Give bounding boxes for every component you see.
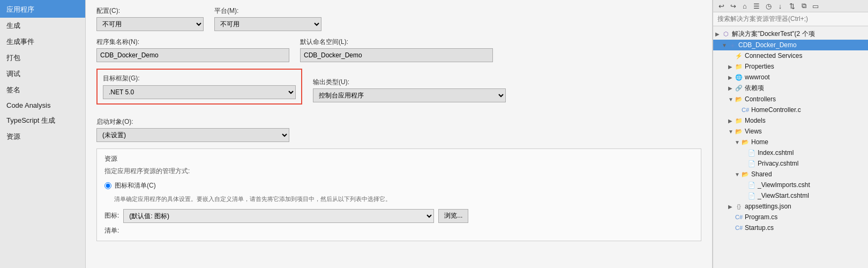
startup-row: 启动对象(O): (未设置) bbox=[96, 117, 701, 142]
back-icon[interactable]: ↩ bbox=[716, 1, 726, 11]
tree-item-models[interactable]: ▶📁Models bbox=[713, 115, 868, 126]
tree-icon-viewimports: 📄 bbox=[747, 181, 756, 189]
list-label: 清单: bbox=[104, 226, 693, 235]
icon-manifest-radio[interactable] bbox=[104, 182, 111, 189]
startup-select[interactable]: (未设置) bbox=[96, 128, 289, 142]
sidebar-item-build-events[interactable]: 生成事件 bbox=[0, 34, 85, 50]
tree-label-home-controller: HomeController.c bbox=[751, 106, 801, 114]
home-icon[interactable]: ⌂ bbox=[740, 1, 750, 11]
tree-item-connected-services[interactable]: ⚡Connected Services bbox=[713, 50, 868, 61]
platform-group: 平台(M): 不可用 bbox=[214, 6, 321, 31]
icon-manifest-label: 图标和清单(C) bbox=[115, 181, 156, 190]
icon-row: 图标: (默认值: 图标) 浏览... bbox=[104, 209, 693, 223]
tree-item-startup-cs[interactable]: C#Startup.cs bbox=[713, 222, 868, 233]
output-select[interactable]: 控制台应用程序 bbox=[313, 88, 506, 102]
tree-icon-controllers: 📂 bbox=[735, 95, 743, 103]
tree-item-viewstart[interactable]: 📄_ViewStart.cshtml bbox=[713, 190, 868, 201]
icon-select[interactable]: (默认值: 图标) bbox=[123, 209, 434, 223]
sidebar-item-package[interactable]: 打包 bbox=[0, 50, 85, 66]
tree-label-index-cshtml: Index.cshtml bbox=[758, 149, 794, 157]
tree-icon-models: 📁 bbox=[735, 116, 743, 125]
list-icon[interactable]: ☰ bbox=[752, 1, 761, 11]
config-select[interactable]: 不可用 bbox=[96, 17, 204, 31]
browse-button[interactable]: 浏览... bbox=[438, 209, 468, 223]
down-icon[interactable]: ↓ bbox=[775, 1, 785, 11]
forward-icon[interactable]: ↪ bbox=[728, 1, 738, 11]
tree-label-deps: 依赖项 bbox=[745, 84, 764, 93]
tree-item-home-controller[interactable]: C#HomeController.c bbox=[713, 105, 868, 115]
tree-item-wwwroot[interactable]: ▶🌐wwwroot bbox=[713, 72, 868, 83]
solution-icon: ⬡ bbox=[722, 30, 730, 39]
tree-item-deps[interactable]: ▶🔗依赖项 bbox=[713, 83, 868, 94]
startup-group: 启动对象(O): (未设置) bbox=[96, 117, 289, 142]
tree-arrow-properties: ▶ bbox=[728, 64, 735, 70]
sidebar: 应用程序生成生成事件打包调试签名Code AnalysisTypeScript … bbox=[0, 0, 86, 268]
sync-icon[interactable]: ⇅ bbox=[787, 1, 797, 11]
tree-item-program-cs[interactable]: C#Program.cs bbox=[713, 212, 868, 222]
output-label: 输出类型(U): bbox=[313, 78, 506, 87]
sidebar-item-code-analysis[interactable]: Code Analysis bbox=[0, 98, 85, 113]
framework-select[interactable]: .NET 5.0 bbox=[103, 85, 296, 99]
tree-arrow-wwwroot: ▶ bbox=[728, 75, 735, 80]
tree-icon-deps: 🔗 bbox=[735, 84, 743, 93]
tree-icon-views: 📂 bbox=[735, 127, 743, 136]
tree-icon-views-home: 📂 bbox=[741, 138, 750, 146]
tree-item-appsettings[interactable]: ▶{}appsettings.json bbox=[713, 201, 868, 212]
solution-explorer-toolbar: ↩ ↪ ⌂ ☰ ◷ ↓ ⇅ ⧉ ▭ bbox=[713, 0, 868, 12]
tree-arrow-deps: ▶ bbox=[728, 85, 735, 91]
tree-item-views[interactable]: ▼📂Views bbox=[713, 126, 868, 137]
framework-label: 目标框架(G): bbox=[103, 74, 296, 83]
tree-label-viewimports: _ViewImports.csht bbox=[758, 181, 810, 189]
solution-explorer-panel: ↩ ↪ ⌂ ☰ ◷ ↓ ⇅ ⧉ ▭ 搜索解决方案资源管理器(Ctrl+;) ▶ … bbox=[713, 0, 868, 268]
tree-item-controllers[interactable]: ▼📂Controllers bbox=[713, 94, 868, 105]
tree-icon-appsettings: {} bbox=[735, 202, 743, 211]
platform-label: 平台(M): bbox=[214, 6, 321, 16]
tree-item-viewimports[interactable]: 📄_ViewImports.csht bbox=[713, 180, 868, 190]
sidebar-item-app[interactable]: 应用程序 bbox=[0, 2, 85, 18]
framework-output-row: 目标框架(G): .NET 5.0 输出类型(U): 控制台应用程序 bbox=[96, 69, 701, 111]
copy-icon[interactable]: ⧉ bbox=[799, 1, 809, 11]
sidebar-item-build[interactable]: 生成 bbox=[0, 18, 85, 34]
tree-item-shared[interactable]: ▼📂Shared bbox=[713, 169, 868, 180]
assembly-namespace-row: 程序集名称(N): 默认命名空间(L): bbox=[96, 38, 701, 62]
tree-icon-properties: 📁 bbox=[735, 62, 743, 71]
tree-item-views-home[interactable]: ▼📂Home bbox=[713, 137, 868, 147]
solution-label: 解决方案"DockerTest"(2 个项 bbox=[732, 29, 815, 39]
tree-arrow-shared: ▼ bbox=[735, 172, 741, 177]
tree-icon-privacy-cshtml: 📄 bbox=[747, 159, 756, 168]
tree-icon-startup-cs: C# bbox=[735, 224, 743, 232]
tree-icon-program-cs: C# bbox=[735, 213, 743, 221]
tree-arrow-views: ▼ bbox=[728, 129, 735, 135]
tree-item-properties[interactable]: ▶📁Properties bbox=[713, 61, 868, 72]
tree-item-index-cshtml[interactable]: 📄Index.cshtml bbox=[713, 147, 868, 158]
icon-label: 图标: bbox=[104, 211, 119, 220]
window-icon[interactable]: ▭ bbox=[811, 1, 820, 11]
platform-select[interactable]: 不可用 bbox=[214, 17, 321, 31]
tree-label-connected-services: Connected Services bbox=[745, 52, 802, 59]
assembly-input[interactable] bbox=[96, 48, 289, 62]
tree-arrow-appsettings: ▶ bbox=[728, 204, 735, 210]
project-root[interactable]: ▼ ◈ CDB_Docker_Demo bbox=[713, 40, 868, 50]
project-arrow: ▼ bbox=[722, 42, 728, 48]
solution-root[interactable]: ▶ ⬡ 解决方案"DockerTest"(2 个项 bbox=[713, 28, 868, 40]
resources-title: 资源 bbox=[104, 154, 693, 163]
tree-icon-wwwroot: 🌐 bbox=[735, 73, 743, 81]
sidebar-item-resources[interactable]: 资源 bbox=[0, 129, 85, 145]
sidebar-item-debug[interactable]: 调试 bbox=[0, 66, 85, 82]
tree-item-privacy-cshtml[interactable]: 📄Privacy.cshtml bbox=[713, 158, 868, 169]
tree-label-properties: Properties bbox=[745, 63, 774, 70]
clock-icon[interactable]: ◷ bbox=[764, 1, 773, 11]
tree-label-startup-cs: Startup.cs bbox=[745, 224, 774, 232]
radio-group: 图标和清单(C) bbox=[104, 181, 693, 190]
tree-label-viewstart: _ViewStart.cshtml bbox=[758, 192, 809, 199]
resources-section: 资源 指定应用程序资源的管理方式: 图标和清单(C) 清单确定应用程序的具体设置… bbox=[96, 148, 701, 241]
sidebar-item-typescript[interactable]: TypeScript 生成 bbox=[0, 113, 85, 129]
tree-label-privacy-cshtml: Privacy.cshtml bbox=[758, 160, 798, 167]
tree-icon-index-cshtml: 📄 bbox=[747, 148, 756, 157]
assembly-label: 程序集名称(N): bbox=[96, 38, 289, 47]
namespace-input[interactable] bbox=[300, 48, 493, 62]
tree-label-shared: Shared bbox=[751, 170, 772, 178]
solution-tree: ▶ ⬡ 解决方案"DockerTest"(2 个项 ▼ ◈ CDB_Docker… bbox=[713, 26, 868, 268]
sidebar-item-sign[interactable]: 签名 bbox=[0, 82, 85, 98]
tree-label-views: Views bbox=[745, 128, 762, 135]
